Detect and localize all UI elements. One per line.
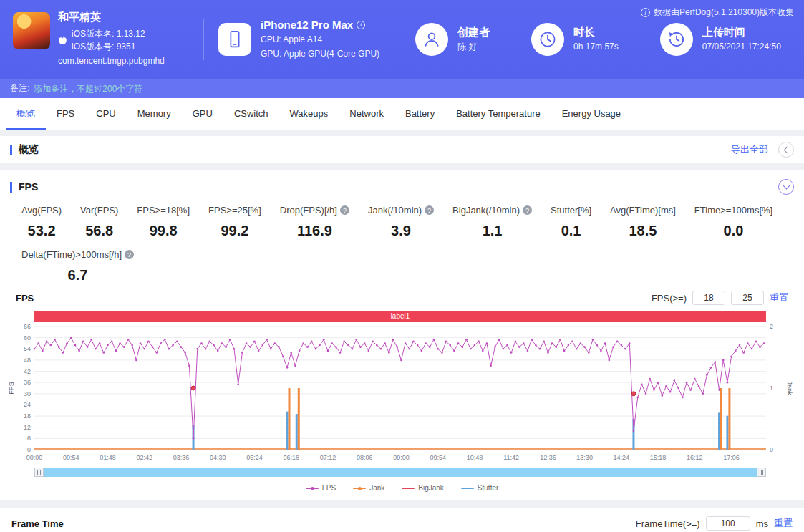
- metric: FPS>=18[%]99.8: [137, 205, 190, 239]
- upload-block: 上传时间 07/05/2021 17:24:50: [660, 23, 781, 56]
- metric-label: BigJank(/10min)?: [452, 205, 532, 216]
- chevron-left-icon: [784, 146, 791, 153]
- svg-text:42: 42: [24, 368, 31, 375]
- svg-text:13:30: 13:30: [576, 454, 593, 461]
- tab-gpu[interactable]: GPU: [182, 98, 223, 130]
- device-info-icon[interactable]: i: [357, 21, 365, 29]
- legend-stutter[interactable]: Stutter: [461, 484, 498, 492]
- svg-text:06:18: 06:18: [283, 454, 299, 461]
- overview-title: 概览: [10, 143, 39, 156]
- svg-text:1: 1: [770, 385, 773, 392]
- tab-bar: 概览FPSCPUMemoryGPUCSwitchWakeupsNetworkBa…: [0, 98, 804, 130]
- metric-value: 116.9: [297, 223, 332, 239]
- bundle-id: com.tencent.tmgp.pubgmhd: [58, 55, 165, 67]
- metric: FTime>=100ms[%]0.0: [694, 205, 772, 239]
- tab-wakeups[interactable]: Wakeups: [279, 98, 339, 130]
- metric: Avg(FPS)53.2: [21, 205, 62, 239]
- chart-annotation-band: label1: [34, 311, 766, 322]
- chart-scrollbar[interactable]: [34, 468, 766, 477]
- metric-label: Drop(FPS)[/h]?: [280, 205, 349, 216]
- svg-text:08:06: 08:06: [357, 454, 373, 461]
- legend-fps[interactable]: FPS: [306, 484, 336, 492]
- overview-section: 概览 导出全部: [0, 136, 804, 163]
- help-icon[interactable]: ?: [523, 205, 532, 215]
- metric-value: 3.9: [391, 223, 411, 239]
- help-icon[interactable]: ?: [125, 250, 134, 259]
- frametime-threshold-input[interactable]: [706, 516, 750, 531]
- svg-text:01:48: 01:48: [100, 454, 116, 461]
- duration-label: 时长: [573, 26, 619, 39]
- fps-threshold-input-1[interactable]: [692, 291, 725, 305]
- bigjank-legend-icon: [402, 485, 415, 491]
- svg-text:18: 18: [24, 412, 31, 420]
- metric-label: Stutter[%]: [551, 205, 591, 216]
- legend-label: BigJank: [418, 484, 444, 492]
- accent-bar: [10, 145, 12, 155]
- ios-build-number: iOS版本号: 9351: [72, 41, 145, 53]
- svg-text:48: 48: [24, 357, 31, 364]
- export-all-link[interactable]: 导出全部: [731, 143, 768, 156]
- overview-collapse-button[interactable]: [778, 142, 794, 158]
- creator-block: 创建者 陈 好: [415, 23, 490, 56]
- metric-value: 99.2: [221, 223, 248, 239]
- metric-label: FPS>=25[%]: [208, 205, 261, 216]
- tab-memory[interactable]: Memory: [127, 98, 182, 130]
- legend-jank[interactable]: Jank: [353, 484, 384, 492]
- tab-battery-temperature[interactable]: Battery Temperature: [445, 98, 551, 130]
- help-icon[interactable]: ?: [340, 205, 349, 215]
- fps-section: FPS Avg(FPS)53.2Var(FPS)56.8FPS>=18[%]99…: [0, 170, 804, 500]
- tab-cswitch[interactable]: CSwitch: [223, 98, 279, 130]
- tab-battery[interactable]: Battery: [394, 98, 445, 130]
- frametime-threshold-label: FrameTime(>=): [636, 518, 700, 529]
- svg-text:12: 12: [24, 424, 31, 431]
- collect-note: i 数据由PerfDog(5.1.210300)版本收集: [641, 6, 794, 19]
- phone-icon: [218, 23, 251, 56]
- metric: Avg(FTime)[ms]18.5: [610, 205, 676, 239]
- info-icon: i: [641, 8, 650, 17]
- fps-reset-link[interactable]: 重置: [770, 291, 788, 304]
- tab-energy-usage[interactable]: Energy Usage: [551, 98, 631, 130]
- svg-text:Jank: Jank: [786, 381, 793, 395]
- frametime-reset-link[interactable]: 重置: [774, 517, 793, 530]
- tab-network[interactable]: Network: [339, 98, 394, 130]
- metric-label: Avg(FTime)[ms]: [610, 205, 676, 216]
- svg-text:6: 6: [27, 435, 31, 442]
- stutter-legend-icon: [461, 485, 474, 491]
- metric: Delta(FTime)>100ms[/h]?6.7: [21, 249, 134, 284]
- upload-time-icon: [660, 23, 693, 56]
- fps-threshold-input-2[interactable]: [731, 291, 764, 305]
- chart-legend: FPSJankBigJankStutter: [0, 484, 804, 492]
- jank-legend-icon: [353, 485, 366, 491]
- fps-metrics-row2: Delta(FTime)>100ms[/h]?6.7: [0, 245, 804, 284]
- note-bar: 备注:: [0, 79, 804, 98]
- device-block: iPhone12 Pro Max i CPU: Apple A14 GPU: A…: [218, 19, 379, 60]
- metric: Jank(/10min)?3.9: [368, 205, 434, 239]
- scrollbar-left-handle[interactable]: [34, 468, 44, 477]
- legend-bigjank[interactable]: BigJank: [402, 484, 444, 492]
- metric-value: 56.8: [85, 223, 113, 239]
- svg-text:24: 24: [24, 401, 31, 408]
- metric-value: 0.0: [724, 223, 744, 239]
- metric-value: 1.1: [483, 223, 503, 239]
- help-icon[interactable]: ?: [425, 205, 434, 215]
- fps-metrics-row: Avg(FPS)53.2Var(FPS)56.8FPS>=18[%]99.8FP…: [0, 200, 804, 239]
- upload-label: 上传时间: [702, 26, 781, 39]
- creator-label: 创建者: [457, 26, 490, 39]
- svg-text:60: 60: [24, 334, 31, 342]
- svg-text:54: 54: [24, 345, 31, 352]
- scrollbar-track[interactable]: [44, 468, 757, 477]
- svg-text:00:00: 00:00: [26, 454, 43, 461]
- legend-label: Jank: [369, 484, 384, 492]
- tab-cpu[interactable]: CPU: [85, 98, 126, 130]
- note-input[interactable]: [34, 84, 334, 94]
- svg-text:2: 2: [770, 323, 773, 330]
- tab-概览[interactable]: 概览: [6, 98, 46, 130]
- fps-collapse-button[interactable]: [778, 179, 794, 195]
- fps-section-title: FPS: [10, 181, 38, 193]
- svg-text:14:24: 14:24: [614, 454, 630, 461]
- tab-fps[interactable]: FPS: [46, 98, 85, 130]
- scrollbar-right-handle[interactable]: [757, 468, 766, 477]
- device-name: iPhone12 Pro Max: [261, 19, 353, 31]
- svg-text:FPS: FPS: [8, 382, 15, 395]
- svg-text:03:36: 03:36: [173, 454, 190, 461]
